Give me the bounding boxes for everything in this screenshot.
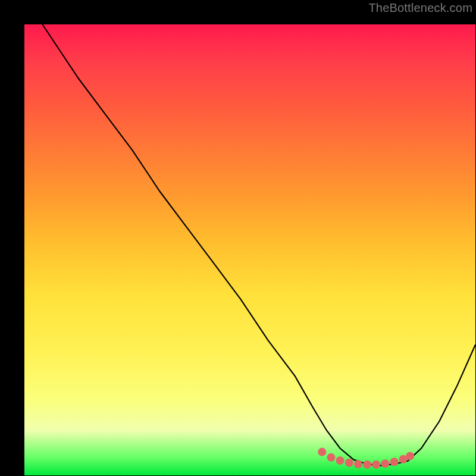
optimal-marker-dot xyxy=(363,461,371,469)
optimal-marker-dot xyxy=(372,461,380,469)
watermark-text: TheBottleneck.com xyxy=(368,1,472,15)
optimal-marker-dot xyxy=(345,459,353,467)
optimal-marker-dot xyxy=(390,458,399,466)
bottleneck-curve-line xyxy=(42,24,475,465)
optimal-zone-markers xyxy=(318,448,414,469)
optimal-marker-dot xyxy=(327,453,335,462)
optimal-marker-dot xyxy=(336,456,345,465)
chart-plot-area xyxy=(24,24,475,475)
chart-svg xyxy=(24,24,475,475)
optimal-marker-dot xyxy=(406,452,414,460)
chart-frame xyxy=(12,12,464,464)
optimal-marker-dot xyxy=(318,448,326,456)
optimal-marker-dot xyxy=(381,459,389,468)
optimal-marker-dot xyxy=(354,460,362,468)
